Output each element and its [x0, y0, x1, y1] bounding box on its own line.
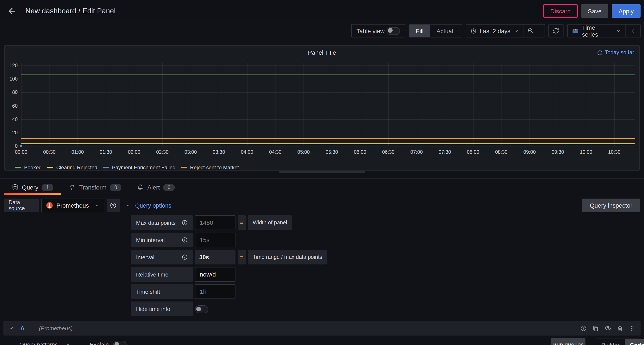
y-axis-tick-label: 20 [5, 130, 18, 135]
panel-time-badge-label: Today so far [605, 50, 634, 56]
bell-icon [137, 184, 144, 191]
collapse-options-chevron-left-icon[interactable] [626, 25, 640, 37]
discard-button[interactable]: Discard [543, 4, 578, 18]
relative-time-input[interactable] [195, 267, 236, 282]
tab-alert[interactable]: Alert 0 [129, 180, 183, 195]
x-axis-tick-label: 05:00 [290, 149, 316, 155]
legend-item-payment-enrichment-failed[interactable]: Payment Enrichment Failed [103, 165, 176, 171]
gridline [360, 63, 360, 146]
legend-swatch [103, 167, 109, 168]
gridline [501, 63, 502, 146]
min-interval-label: Min interval [131, 233, 193, 247]
x-axis-tick-label: 01:00 [64, 149, 90, 155]
help-icon[interactable] [580, 325, 587, 331]
top-header: New dashboard / Edit Panel Discard Save … [0, 0, 644, 23]
series-point-payment-enrichment-failed [20, 145, 22, 147]
toggle-visibility-eye-icon[interactable] [604, 325, 611, 332]
tab-query[interactable]: Query 1 [4, 180, 61, 195]
datasource-picker[interactable]: Prometheus [41, 199, 104, 212]
gridline [416, 63, 417, 146]
info-icon[interactable] [182, 254, 188, 260]
panel-time-badge[interactable]: Today so far [597, 50, 634, 56]
time-range-group: Last 2 days [466, 24, 545, 38]
apply-button[interactable]: Apply [612, 4, 640, 18]
visualization-label: Time series [582, 24, 613, 38]
time-range-label: Last 2 days [480, 27, 510, 34]
gridline [21, 66, 635, 66]
legend-item-booked[interactable]: Booked [15, 165, 42, 171]
y-axis-tick-label: 120 [5, 63, 18, 68]
gridline [78, 63, 78, 146]
drag-handle-icon[interactable] [629, 325, 636, 331]
query-options-header[interactable]: Query options [126, 199, 171, 212]
hide-time-info-label: Hide time info [131, 301, 193, 316]
collapse-query-chevron-icon[interactable] [8, 326, 14, 331]
query-footer-left: Query patterns Explain [19, 341, 126, 345]
actual-option[interactable]: Actual [430, 25, 460, 37]
datasource-help-button[interactable] [107, 199, 120, 212]
min-interval-input[interactable] [195, 233, 236, 247]
visualization-group: Time series [567, 24, 640, 38]
x-axis-tick-label: 00:30 [36, 149, 62, 155]
save-button[interactable]: Save [581, 4, 608, 18]
clock-icon [470, 28, 476, 34]
query-patterns-dropdown[interactable]: Query patterns [19, 341, 58, 345]
explain-toggle[interactable] [113, 341, 126, 345]
x-axis-tick-label: 03:00 [178, 149, 204, 155]
back-arrow-icon[interactable] [7, 7, 17, 16]
x-axis-tick-label: 03:30 [206, 149, 232, 155]
y-axis-tick-label: 60 [5, 103, 18, 108]
legend-label: Booked [24, 165, 42, 171]
tab-alert-label: Alert [148, 184, 160, 191]
query-row-a[interactable]: A (Prometheus) [4, 321, 640, 335]
zoom-out-button[interactable] [523, 25, 538, 37]
panel-toolbar: Table view Fill Actual Last 2 days [0, 24, 640, 38]
builder-option[interactable]: Builder [596, 339, 625, 345]
duplicate-query-icon[interactable] [592, 325, 599, 331]
chart-legend: BookedClearing RejectedPayment Enrichmen… [15, 165, 239, 171]
fill-option[interactable]: Fill [410, 25, 430, 37]
divider [0, 178, 644, 179]
gridline [162, 63, 163, 146]
builder-code-segmented: Builder Code [596, 338, 640, 345]
gridline [275, 63, 276, 146]
time-shift-input[interactable] [195, 284, 236, 299]
table-view-toggle[interactable] [386, 27, 400, 35]
legend-item-clearing-rejected[interactable]: Clearing Rejected [47, 165, 97, 171]
x-axis-tick-label: 10:30 [602, 149, 627, 155]
tab-transform[interactable]: Transform 0 [61, 180, 129, 195]
table-view-group: Table view [351, 24, 405, 38]
gridline [530, 63, 530, 146]
legend-item-reject-sent-to-market[interactable]: Reject sent to Market [181, 165, 239, 171]
editor-resize-handle[interactable] [279, 171, 365, 173]
datasource-label: Data source [4, 199, 39, 212]
visualization-picker[interactable]: Time series [568, 25, 626, 37]
query-row-actions [580, 325, 636, 332]
x-axis-tick-label: 10:00 [573, 149, 599, 155]
equals-badge: = [238, 215, 246, 230]
gridline [21, 63, 22, 146]
x-axis-tick-label: 08:00 [460, 149, 486, 155]
y-axis-tick-label: 80 [5, 90, 18, 95]
gridline [106, 63, 106, 146]
editor-tabs: Query 1 Transform 0 Alert 0 [4, 180, 182, 195]
gridline [21, 146, 635, 146]
y-axis-tick-label: 100 [5, 76, 18, 81]
code-option[interactable]: Code [625, 339, 644, 345]
info-icon[interactable] [182, 220, 188, 226]
info-icon[interactable] [182, 237, 188, 243]
table-view-label: Table view [356, 27, 385, 34]
time-range-picker[interactable]: Last 2 days [466, 25, 523, 37]
query-inspector-button[interactable]: Query inspector [582, 199, 640, 212]
time-shift-label: Time shift [131, 284, 193, 299]
gridline [558, 63, 558, 146]
max-data-points-input[interactable] [195, 215, 236, 230]
delete-query-trash-icon[interactable] [617, 325, 623, 331]
refresh-button[interactable] [548, 24, 564, 38]
run-queries-button[interactable]: Run queries [550, 338, 586, 345]
x-axis-tick-label: 08:30 [488, 149, 514, 155]
tab-query-label: Query [22, 184, 38, 191]
gridline [304, 63, 304, 146]
hide-time-info-toggle[interactable] [195, 305, 208, 313]
x-axis-tick-label: 06:00 [347, 149, 373, 155]
